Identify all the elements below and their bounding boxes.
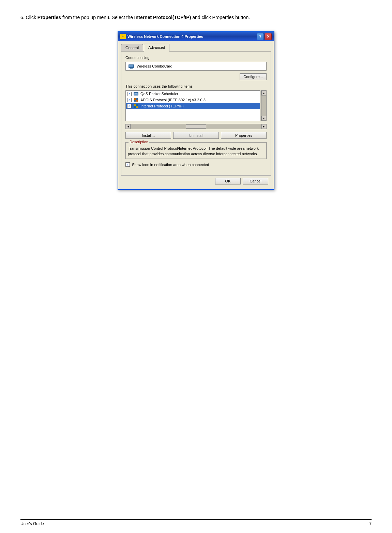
item-text-aegis: AEGIS Protocol (IEEE 802.1x) v3.2.0.3 xyxy=(140,98,206,102)
instruction-paragraph: 6. Click Properties from the pop up menu… xyxy=(20,14,372,21)
items-label: This connection uses the following items… xyxy=(125,84,267,88)
list-item[interactable]: AEGIS Protocol (IEEE 802.1x) v3.2.0.3 xyxy=(126,97,260,103)
hscroll-thumb xyxy=(186,124,206,129)
dialog-footer: OK Cancel xyxy=(121,175,271,187)
tab-bar: General Advanced xyxy=(121,44,271,51)
svg-rect-16 xyxy=(134,104,136,106)
hscroll-track xyxy=(131,124,261,129)
dialog-titlebar: Wireless Network Connection 4 Properties… xyxy=(118,32,274,41)
svg-rect-1 xyxy=(122,34,123,35)
tab-content: Connect using: Wireless ComboCard Config… xyxy=(121,51,271,175)
hscroll-right-btn[interactable]: ► xyxy=(261,124,266,129)
tcpip-icon xyxy=(133,104,139,108)
install-button[interactable]: Install... xyxy=(125,132,171,139)
instruction-post-tcpip: and click Properties button. xyxy=(191,15,250,20)
ok-button[interactable]: OK xyxy=(215,178,241,184)
help-button[interactable]: ? xyxy=(257,33,264,40)
list-item-tcpip[interactable]: Internet Protocol (TCP/IP) xyxy=(126,103,260,109)
show-icon-label: Show icon in notification area when conn… xyxy=(132,163,209,167)
list-scrollbar[interactable]: ▲ ▼ xyxy=(261,90,267,121)
svg-rect-18 xyxy=(134,106,136,108)
instruction-pre-properties: Click xyxy=(26,15,37,20)
scroll-up-btn[interactable]: ▲ xyxy=(261,91,266,95)
properties-bold: Properties xyxy=(37,15,61,20)
checkbox-qos[interactable] xyxy=(127,92,132,96)
tcp-ip-bold: Internet Protocol(TCP/IP) xyxy=(134,15,191,20)
device-box: Wireless ComboCard xyxy=(125,62,267,71)
item-text-tcpip: Internet Protocol (TCP/IP) xyxy=(140,104,184,108)
properties-button[interactable]: Properties xyxy=(221,132,267,139)
svg-rect-17 xyxy=(136,104,138,106)
step-number: 6. xyxy=(20,15,25,20)
scroll-down-btn[interactable]: ▼ xyxy=(261,116,266,121)
close-button[interactable]: ✕ xyxy=(265,33,272,40)
item-text-qos: QoS Packet Scheduler xyxy=(140,92,178,96)
svg-rect-11 xyxy=(134,98,136,100)
show-icon-row: Show icon in notification area when conn… xyxy=(125,162,267,167)
items-list: QoS Packet Scheduler xyxy=(125,90,260,121)
instruction-post-properties: from the pop up menu. Select the xyxy=(61,15,134,20)
description-group-title: Description xyxy=(129,140,149,144)
svg-rect-19 xyxy=(136,106,138,108)
connect-using-label: Connect using: xyxy=(125,56,267,60)
items-list-container: QoS Packet Scheduler xyxy=(125,90,267,121)
svg-rect-12 xyxy=(136,98,138,100)
checkbox-aegis[interactable] xyxy=(127,98,132,102)
tab-advanced[interactable]: Advanced xyxy=(144,44,169,51)
description-group: Description Transmission Control Protoco… xyxy=(125,142,267,159)
dialog-title: Wireless Network Connection 4 Properties xyxy=(127,34,203,39)
xp-dialog-window: Wireless Network Connection 4 Properties… xyxy=(118,31,274,190)
configure-button[interactable]: Configure... xyxy=(240,73,267,80)
svg-rect-14 xyxy=(136,100,138,102)
horizontal-scrollbar[interactable]: ◄ ► xyxy=(125,124,267,129)
aegis-icon xyxy=(133,98,139,102)
svg-rect-7 xyxy=(130,68,133,69)
scroll-track xyxy=(261,95,266,116)
list-item[interactable]: QoS Packet Scheduler xyxy=(126,91,260,97)
tab-general[interactable]: General xyxy=(121,44,143,51)
footer-right: 7 xyxy=(369,521,372,526)
device-icon xyxy=(129,64,135,69)
footer-left: User's Guide xyxy=(20,521,44,526)
page-content: 6. Click Properties from the pop up menu… xyxy=(0,0,392,217)
action-buttons-row: Install... Uninstall Properties xyxy=(125,132,267,139)
page-footer: User's Guide 7 xyxy=(20,519,372,526)
cancel-button[interactable]: Cancel xyxy=(243,178,268,184)
svg-rect-0 xyxy=(121,35,125,38)
svg-rect-5 xyxy=(129,65,133,67)
checkbox-tcpip[interactable] xyxy=(127,104,132,108)
hscroll-left-btn[interactable]: ◄ xyxy=(126,124,131,129)
dialog-body: General Advanced Connect using: xyxy=(118,41,274,189)
dialog-app-icon xyxy=(120,34,126,39)
svg-rect-13 xyxy=(134,100,136,102)
qos-icon xyxy=(133,91,139,96)
uninstall-button[interactable]: Uninstall xyxy=(173,132,219,139)
description-text: Transmission Control Protocol/Internet P… xyxy=(128,146,264,157)
titlebar-left: Wireless Network Connection 4 Properties xyxy=(120,34,203,39)
device-name: Wireless ComboCard xyxy=(137,64,172,68)
dialog-container: Wireless Network Connection 4 Properties… xyxy=(20,31,372,190)
configure-btn-row: Configure... xyxy=(125,73,267,80)
show-icon-checkbox[interactable] xyxy=(125,162,130,167)
titlebar-buttons: ? ✕ xyxy=(257,33,272,40)
